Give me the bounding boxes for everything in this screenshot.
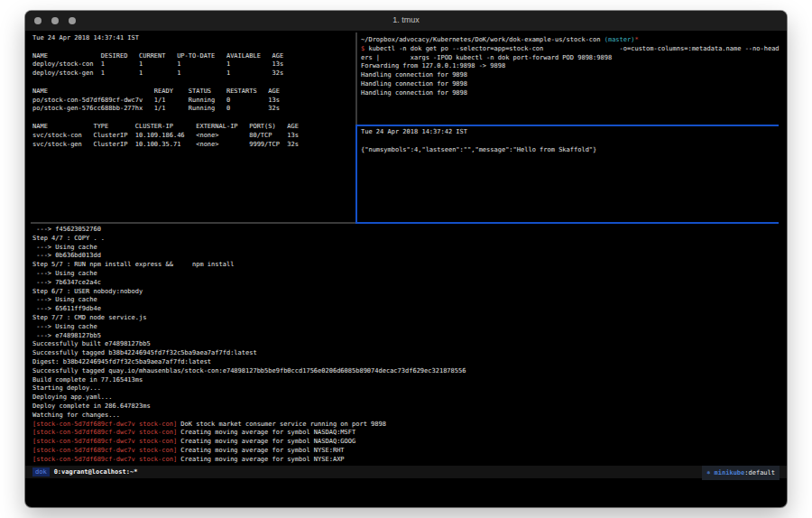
- build-log-line: Step 6/7 : USER nobody:nobody: [32, 288, 785, 297]
- shell-prompt-line: ~/Dropbox/advocacy/Kubernetes/DoK/work/d…: [361, 36, 785, 45]
- port-forward-output-line: Handling connection for 9898: [361, 71, 785, 80]
- kube-context-name: minikube: [715, 469, 745, 476]
- kubectl-output-line: NAME DESIRED CURRENT UP-TO-DATE AVAILABL…: [32, 52, 355, 61]
- pod-prefix: [stock-con-5d7df689cf-dwc7v stock-con]: [32, 421, 177, 428]
- log-message: Creating moving average for symbol NASDA…: [177, 438, 355, 445]
- kubectl-output-line: deploy/stock-con 1 1 1 1 13s: [32, 60, 355, 69]
- pane-kubectl-watch[interactable]: Tue 24 Apr 2018 14:37:41 IST NAME DESIRE…: [32, 34, 355, 224]
- build-log-line: ---> f45623052760: [32, 226, 785, 235]
- kubectl-output-line: deploy/stock-gen 1 1 1 1 32s: [32, 69, 355, 79]
- pod-prefix: [stock-con-5d7df689cf-dwc7v stock-con]: [32, 438, 177, 445]
- kubectl-output-line: [32, 43, 355, 52]
- session-name-badge[interactable]: dok: [32, 467, 50, 476]
- json-response-line: {"numsymbols":4,"lastseen":"","message":…: [361, 146, 785, 155]
- git-dirty-flag: *: [634, 36, 638, 43]
- kubectl-output-line: [32, 114, 355, 123]
- git-branch-label: (master): [604, 36, 635, 43]
- pane-border-horizontal-inactive: [31, 222, 355, 224]
- blank-line: [361, 137, 785, 146]
- build-log-line: ---> Using cache: [32, 270, 785, 279]
- kubectl-output-line: Tue 24 Apr 2018 14:37:41 IST: [32, 34, 355, 43]
- container-log-line: [stock-con-5d7df689cf-dwc7v stock-con] C…: [32, 429, 785, 438]
- pane-curl-loop[interactable]: Tue 24 Apr 2018 14:37:42 IST {"numsymbol…: [361, 128, 785, 220]
- tmux-status-bar: dok0:vagrant@localhost:~* ⎈ minikube:def…: [25, 466, 787, 478]
- build-log-line: ---> Using cache: [32, 296, 785, 305]
- build-log-line: ---> e74898127bb5: [32, 332, 785, 341]
- build-log-lines: ---> f45623052760Step 4/7 : COPY . . ---…: [32, 226, 785, 421]
- kubectl-output-line: po/stock-con-5d7df689cf-dwc7v 1/1 Runnin…: [32, 97, 355, 106]
- build-log-line: Watching for changes...: [32, 412, 785, 421]
- build-log-line: ---> 0b636bd013dd: [32, 252, 785, 261]
- kubectl-output-line: po/stock-gen-576cc688bb-277hx 1/1 Runnin…: [32, 105, 355, 114]
- kubectl-output-line: svc/stock-con ClusterIP 10.109.186.46 <n…: [32, 132, 355, 141]
- build-log-line: Step 5/7 : RUN npm install express && np…: [32, 261, 785, 270]
- pod-prefix: [stock-con-5d7df689cf-dwc7v stock-con]: [32, 447, 177, 454]
- build-log-line: Successfully tagged quay.io/mhausenblas/…: [32, 367, 785, 376]
- pane-border-vertical-inactive: [355, 32, 357, 125]
- command-line-wrap: ers | xargs -IPOD kubectl -n dok port-fo…: [361, 54, 785, 63]
- container-log-line: [stock-con-5d7df689cf-dwc7v stock-con] D…: [32, 421, 785, 430]
- datetime-line: Tue 24 Apr 2018 14:37:42 IST: [361, 128, 785, 137]
- port-forward-output-line: Forwarding from 127.0.0.1:9898 -> 9898: [361, 62, 785, 71]
- pod-prefix: [stock-con-5d7df689cf-dwc7v stock-con]: [32, 429, 177, 436]
- build-log-line: ---> 7b6347ce2a4c: [32, 279, 785, 288]
- command-line: $ kubectl -n dok get po --selector=app=s…: [361, 45, 785, 54]
- port-forward-output-line: Handling connection for 9898: [361, 80, 785, 89]
- prompt-path: ~/Dropbox/advocacy/Kubernetes/DoK/work/d…: [361, 36, 604, 43]
- pane-border-vertical-active: [355, 125, 357, 224]
- container-log-line: [stock-con-5d7df689cf-dwc7v stock-con] C…: [32, 456, 785, 465]
- kubectl-output-line: [32, 79, 355, 88]
- pod-prefix: [stock-con-5d7df689cf-dwc7v stock-con]: [32, 456, 177, 463]
- pane-skaffold-log[interactable]: ---> f45623052760Step 4/7 : COPY . . ---…: [32, 226, 785, 466]
- build-log-line: Step 4/7 : COPY . .: [32, 235, 785, 244]
- build-log-line: ---> Using cache: [32, 323, 785, 332]
- build-log-line: Successfully built e74898127bb5: [32, 340, 785, 349]
- kube-namespace: :default: [744, 469, 775, 476]
- window-status-item[interactable]: 0:vagrant@localhost:~*: [54, 468, 138, 476]
- build-log-line: Digest: b38b42246945fd7f32c5ba9aea7af7fd…: [32, 358, 785, 367]
- pane-border-horizontal-active-bottom: [355, 222, 779, 224]
- terminal-content: Tue 24 Apr 2018 14:37:41 IST NAME DESIRE…: [25, 31, 787, 507]
- window-title: 1. tmux: [25, 15, 787, 24]
- container-log-lines: [stock-con-5d7df689cf-dwc7v stock-con] D…: [32, 421, 785, 465]
- port-forward-output: Forwarding from 127.0.0.1:9898 -> 9898Ha…: [361, 62, 785, 97]
- build-log-line: ---> Using cache: [32, 244, 785, 253]
- pane-port-forward[interactable]: ~/Dropbox/advocacy/Kubernetes/DoK/work/d…: [361, 36, 785, 126]
- build-log-line: Build complete in 77.165413ms: [32, 376, 785, 385]
- build-log-line: Successfully tagged b38b42246945fd7f32c5…: [32, 349, 785, 358]
- command-text-1: kubectl -n dok get po --selector=app=sto…: [368, 45, 779, 52]
- build-log-line: Starting deploy...: [32, 384, 785, 393]
- port-forward-output-line: Handling connection for 9898: [361, 89, 785, 98]
- container-log-line: [stock-con-5d7df689cf-dwc7v stock-con] C…: [32, 447, 785, 456]
- build-log-line: Deploying app.yaml...: [32, 393, 785, 402]
- terminal-window: 1. tmux Tue 24 Apr 2018 14:37:41 IST NAM…: [25, 11, 787, 507]
- kubectl-output-line: NAME READY STATUS RESTARTS AGE: [32, 88, 355, 97]
- log-message: DoK stock market consumer service runnin…: [177, 421, 386, 428]
- kube-context-status: ⎈ minikube:default: [702, 466, 780, 480]
- log-message: Creating moving average for symbol NASDA…: [177, 429, 355, 436]
- helm-wheel-icon: ⎈: [706, 469, 710, 476]
- log-message: Creating moving average for symbol NYSE:…: [177, 447, 344, 454]
- container-log-line: [stock-con-5d7df689cf-dwc7v stock-con] C…: [32, 438, 785, 447]
- kubectl-output-line: NAME TYPE CLUSTER-IP EXTERNAL-IP PORT(S)…: [32, 123, 355, 132]
- build-log-line: Deploy complete in 286.647823ms: [32, 402, 785, 412]
- build-log-line: ---> 65611ff9db4e: [32, 305, 785, 314]
- window-titlebar[interactable]: 1. tmux: [25, 11, 787, 31]
- kubectl-output-line: svc/stock-gen ClusterIP 10.100.35.71 <no…: [32, 141, 355, 150]
- build-log-line: Step 7/7 : CMD node service.js: [32, 314, 785, 323]
- log-message: Creating moving average for symbol NYSE:…: [177, 456, 344, 463]
